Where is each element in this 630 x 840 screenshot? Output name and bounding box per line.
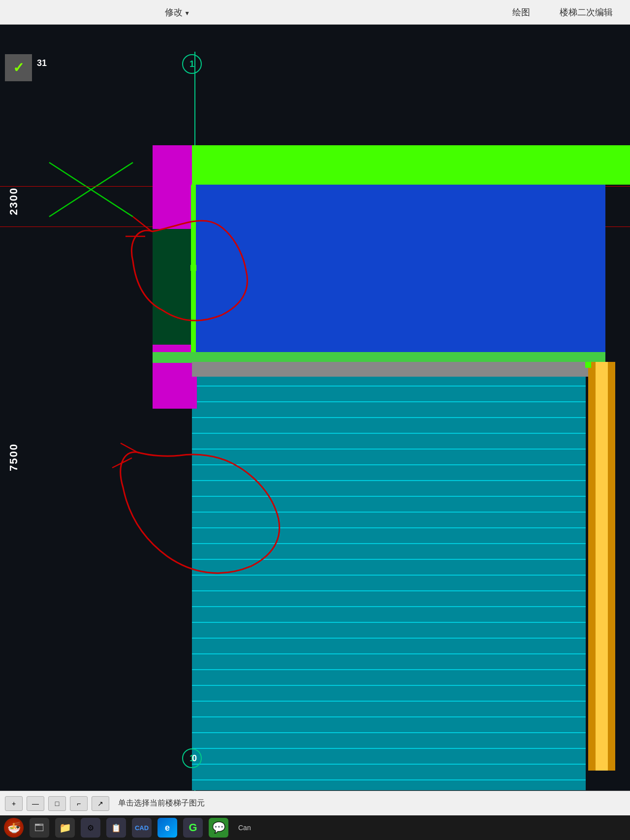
folder-button[interactable]: 📁 [55,818,75,838]
green-stripe-mid [153,352,605,363]
orange-bar-center [596,362,608,771]
file-manager-button[interactable]: 🗔 [30,818,49,838]
start-button[interactable]: 🍜 [4,818,24,838]
edge-browser-button[interactable]: e [158,818,177,838]
status-hint: 单击选择当前楼梯子图元 [118,798,205,808]
stair-edit-menu[interactable]: 楼梯二次编辑 [552,6,620,18]
zoom-plus-button[interactable]: + [5,796,23,811]
taskbar-can-label: Can [238,824,251,832]
blue-rect-upper [192,185,605,355]
cyan-stair-area [192,377,586,790]
wechat-button[interactable]: 💬 [209,818,228,838]
svg-line-7 [112,458,132,468]
g-app-button[interactable]: G [183,818,203,838]
green-dot-right [585,362,591,368]
statusbar: + — □ ⌐ ↗ 单击选择当前楼梯子图元 [0,791,630,815]
cad-canvas[interactable]: ✓ 31 1 [0,25,630,791]
app2-button[interactable]: 📋 [106,818,126,838]
view-btn2[interactable]: ⌐ [70,796,88,811]
orange-bar-left [588,362,596,771]
gray-band [192,362,596,377]
modify-menu[interactable]: 修改 [158,6,197,18]
zoom-minus-button[interactable]: — [27,796,44,811]
taskbar: 🍜 🗔 📁 ⚙ 📋 CAD e G 💬 Can [0,815,630,840]
arrow-btn[interactable]: ↗ [92,796,109,811]
app1-button[interactable]: ⚙ [81,818,100,838]
orange-bar-right [608,362,615,771]
checkmark-button[interactable]: ✓ [5,54,32,81]
purple-rect-upper [153,145,197,229]
svg-line-6 [121,443,139,453]
grid-label-0: 0 [192,753,197,764]
green-dot-top [359,178,365,184]
view-btn1[interactable]: □ [48,796,66,811]
toolbar: 修改 绘图 楼梯二次编辑 [0,0,630,25]
green-bar-top [192,145,630,185]
dim-label-7500: 7500 [7,443,20,471]
grid-circle-top: 1 [182,54,202,74]
draw-menu[interactable]: 绘图 [505,6,537,18]
dim-label-2300: 2300 [7,187,20,215]
cad-button[interactable]: CAD [132,818,152,838]
grid-label-31: 31 [37,58,47,68]
green-dot-middle [190,265,196,271]
